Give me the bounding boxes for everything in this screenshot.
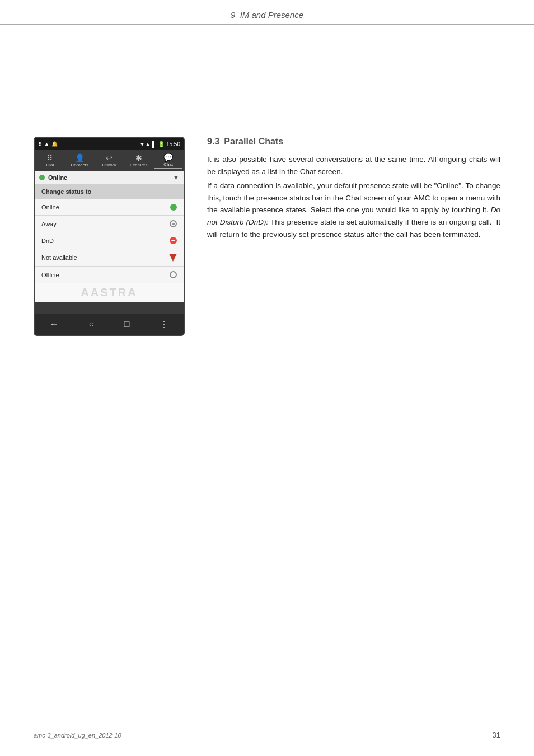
status-item-not-available[interactable]: Not available [35,249,184,267]
phone-body-filler [35,302,184,314]
away-status-icon [170,220,177,227]
italic-phrase: Do not Disturb (DnD): [207,206,500,226]
section-number: 9.3 [207,137,219,147]
dnd-status-icon [170,237,177,244]
offline-status-icon [170,271,177,278]
chat-icon: 💬 [163,153,173,161]
chapter-title: 9 IM and Presence [231,10,303,20]
status-item-online[interactable]: Online [35,199,184,216]
tab-chat[interactable]: 💬 Chat [154,152,182,169]
right-column: 9.3 Parallel Chats It is also possible h… [207,36,500,336]
section-title: Parallel Chats [224,137,283,147]
online-status-icon [170,204,177,211]
tab-features[interactable]: ✱ Features [124,153,153,169]
phone-status-bar: ⠿ ▲ 🔔 ▼▲ ▌ 🔋 15:50 [35,138,184,150]
home-button[interactable]: ○ [88,319,94,329]
paragraph-2: If a data connection is available, your … [207,180,500,240]
status-item-dnd[interactable]: DnD [35,232,184,249]
watermark-text: AASTRA [81,286,137,299]
tab-history[interactable]: ↩ History [95,153,124,169]
battery-icon: 🔋 [158,141,165,147]
triangle-icon: ▲ [44,141,49,147]
paragraph-1: It is also possible have several convers… [207,153,500,178]
status-item-offline[interactable]: Offline [35,267,184,283]
phone-nav-tabs: ⠿ Dial 👤 Contacts ↩ History ✱ Features 💬 [35,150,184,171]
menu-button[interactable]: ⋮ [160,319,168,330]
dropdown-arrow-icon: ▼ [173,174,179,181]
presence-bar[interactable]: Online ▼ [35,171,184,184]
presence-label: Online [48,174,67,181]
signal-icon: ▌ [152,141,156,147]
page-footer: amc-3_android_ug_en_2012-10 31 [34,726,500,739]
footer-page-number: 31 [493,731,500,739]
status-item-away[interactable]: Away [35,216,184,232]
section-heading: 9.3 Parallel Chats [207,137,500,147]
bell-icon: 🔔 [51,141,58,147]
time-display: 15:50 [166,141,180,147]
not-available-status-icon [169,254,177,262]
back-button[interactable]: ← [50,319,59,329]
grid-icon: ⠿ [38,141,42,147]
left-column: ⠿ ▲ 🔔 ▼▲ ▌ 🔋 15:50 ⠿ Dial 👤 [34,36,190,336]
dial-icon: ⠿ [47,154,53,162]
wifi-icon: ▼▲ [139,141,151,147]
recent-apps-button[interactable]: □ [124,319,130,329]
page-header: 9 IM and Presence [0,0,534,25]
content-area: ⠿ ▲ 🔔 ▼▲ ▌ 🔋 15:50 ⠿ Dial 👤 [0,25,534,347]
status-menu-header: Change status to [35,184,184,199]
tab-dial[interactable]: ⠿ Dial [36,153,64,169]
contacts-icon: 👤 [75,154,85,162]
footer-filename: amc-3_android_ug_en_2012-10 [34,732,121,739]
status-menu: Change status to Online Away DnD Not ava… [35,184,184,283]
phone-mockup: ⠿ ▲ 🔔 ▼▲ ▌ 🔋 15:50 ⠿ Dial 👤 [34,137,185,336]
tab-contacts[interactable]: 👤 Contacts [65,153,94,169]
history-icon: ↩ [106,154,113,162]
presence-dot-online [39,175,45,180]
presence-status-left: Online [39,174,67,181]
status-bar-right: ▼▲ ▌ 🔋 15:50 [139,141,180,147]
phone-bottom-nav: ← ○ □ ⋮ [35,314,184,335]
features-icon: ✱ [135,154,142,162]
status-bar-left-icons: ⠿ ▲ 🔔 [38,141,58,147]
phone-watermark-area: AASTRA [35,283,184,302]
